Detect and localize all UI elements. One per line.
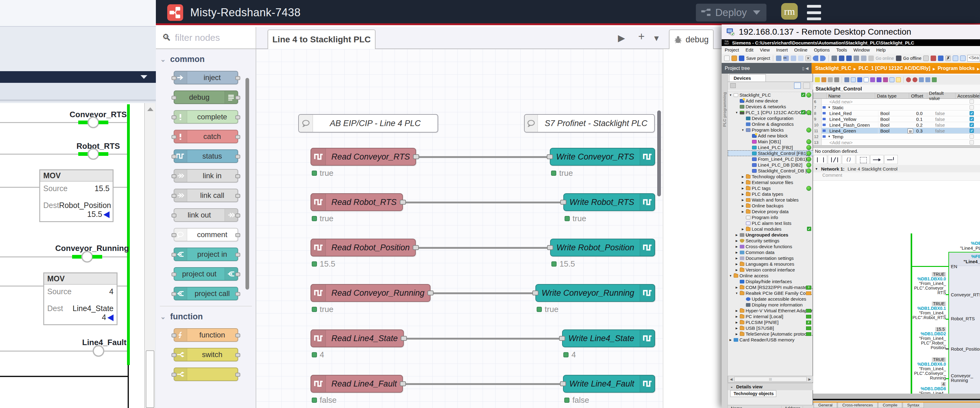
tree-expander[interactable]: ▶ [735, 257, 738, 260]
tree-item[interactable]: ▶ USB [S7USB] [728, 325, 813, 331]
start-cpu-icon[interactable] [846, 56, 852, 61]
palette-node[interactable]: inject [173, 71, 238, 84]
input-operand[interactable]: TRUE %DB1.DBX0.0 "From_Line4_ PLC".Conve… [892, 272, 946, 295]
input-port[interactable] [547, 245, 553, 250]
palette-section-function[interactable]: ⌄function [156, 306, 256, 325]
input-port[interactable] [172, 155, 177, 159]
palette-scrollbar[interactable] [245, 74, 250, 408]
flow-canvas[interactable]: AB EIP/CIP - Line 4 PLC S7 Profinet - St… [256, 49, 663, 408]
tree-item[interactable]: Stacklight_Control [FB1] [728, 150, 813, 156]
output-port[interactable] [401, 336, 407, 341]
close-branch-icon[interactable] [884, 155, 898, 164]
tree-item[interactable]: Program info [728, 214, 813, 220]
tree-item[interactable]: ▼ Online access [728, 273, 813, 279]
tree-item[interactable]: Line4_PLC [FB2] [728, 144, 813, 150]
tree-expand-icon[interactable] [803, 83, 810, 89]
flow-tab[interactable]: Line 4 to Stacklight PLC [267, 29, 375, 49]
output-port[interactable] [235, 333, 240, 337]
breadcrumb-item[interactable]: Stacklight_PLC [815, 66, 851, 71]
snapshot-icon[interactable] [834, 77, 839, 82]
tree-expander[interactable]: ▶ [741, 181, 745, 184]
tag-row[interactable]: 11 Line4_Green Bool▤ 0.3 false [813, 128, 980, 134]
palette-node[interactable]: function [173, 328, 238, 342]
tree-expander[interactable]: ▶ [741, 193, 745, 196]
tag-row[interactable]: 13 <Add new> [813, 140, 980, 145]
tree-expander[interactable]: ▶ [735, 309, 738, 312]
upload-from-device-icon[interactable] [839, 56, 845, 61]
output-port[interactable] [235, 155, 240, 159]
menu-item[interactable]: Window [853, 47, 870, 52]
settings-icon[interactable] [889, 77, 894, 82]
output-port[interactable] [235, 272, 240, 276]
input-port[interactable] [172, 253, 177, 257]
tree-expander[interactable]: ▼ [729, 274, 732, 277]
input-port[interactable] [532, 291, 538, 295]
start-search-icon[interactable] [931, 56, 936, 61]
go-online-plug-icon[interactable] [868, 56, 874, 61]
menu-item[interactable]: Project [725, 47, 739, 52]
flow-list-caret-icon[interactable]: ▾ [654, 33, 659, 43]
plc-write-node[interactable]: Write Line4_Fault [563, 375, 655, 393]
tree-expander[interactable]: ▶ [735, 245, 738, 248]
mov-instruction[interactable]: MOV Source15.5 DestRobot_Position 15.5 [39, 169, 113, 222]
plc-write-node[interactable]: Write Conveyor_Running [535, 284, 655, 302]
deploy-options-caret-icon[interactable] [753, 10, 760, 15]
save-project-label[interactable]: Save project [746, 56, 770, 61]
menu-item[interactable]: Tools [836, 47, 847, 52]
scrollbar-thumb[interactable] [146, 350, 154, 408]
paste-icon[interactable] [798, 56, 803, 61]
cross-reference-icon[interactable] [938, 56, 943, 61]
tree-item[interactable]: ▶ Documentation settings [728, 255, 813, 261]
plc-write-node[interactable]: Write Line4_State [562, 329, 655, 347]
comments-toggle-icon[interactable] [864, 77, 869, 82]
tree-expander[interactable]: ▶ [735, 251, 738, 254]
tree-item[interactable]: ▼ Stacklight_PLC [728, 92, 813, 98]
tree-item[interactable]: ▼ PLC_1 [CPU 1212C AC/DC/Rly] [728, 110, 813, 115]
tree-expander[interactable]: ▶ [741, 198, 745, 202]
tree-expander[interactable]: ▶ [735, 286, 738, 289]
collapse-network-icon[interactable]: ▼ [815, 167, 818, 171]
tree-item[interactable]: Add new block [728, 133, 813, 139]
menu-item[interactable]: Options [814, 47, 830, 52]
favorites-icon[interactable] [896, 77, 901, 82]
tree-item[interactable]: ▶ COM [RS232/PPI multi-master c... [728, 284, 813, 290]
copy-icon[interactable] [791, 56, 796, 61]
output-port[interactable] [235, 76, 240, 80]
tree-item[interactable]: Stacklight_Control_DB [... [728, 168, 813, 174]
palette-section-common[interactable]: ⌄common [156, 49, 256, 68]
add-flow-button[interactable]: + [638, 30, 644, 43]
output-coil-deenergized[interactable] [83, 345, 113, 357]
tree-item[interactable]: ▶ PLC data types [728, 191, 813, 197]
menu-item[interactable]: Edit [746, 47, 754, 52]
tree-item[interactable]: ▼ Program blocks [728, 127, 813, 133]
tree-expander[interactable]: ▶ [735, 321, 738, 324]
input-port[interactable] [172, 353, 177, 357]
main-menu-button[interactable] [807, 5, 821, 20]
accessible-checkbox[interactable] [970, 99, 974, 104]
plc-read-node[interactable]: Read Robot_RTS [310, 193, 403, 211]
input-operand[interactable]: 15.5 %DB1.DBD2 "From_Line4_ PLC".Robot_ … [892, 327, 946, 350]
accessible-checkbox[interactable] [970, 117, 974, 121]
input-operand[interactable]: TRUE %DB1.DBX6.0 "From_Line4_ PLC".Conve… [892, 357, 946, 380]
mov-instruction[interactable]: MOV Source4 DestLine4_State 4 [43, 272, 118, 325]
keep-values-icon[interactable] [828, 77, 833, 82]
canvas-scrollbar[interactable] [657, 49, 661, 408]
plc-read-node[interactable]: Read Robot_Position [310, 239, 416, 256]
breadcrumb-item[interactable]: Stacklight_Co [977, 66, 980, 71]
project-search-input[interactable]: <Sea [967, 55, 980, 62]
contact-no-icon[interactable] [814, 155, 827, 164]
wire[interactable] [416, 247, 550, 249]
save-icon[interactable] [739, 56, 745, 61]
tree-item[interactable]: ▶ Ungrouped devices [728, 232, 813, 238]
expand-all-icon[interactable] [851, 77, 856, 82]
input-operand[interactable]: TRUE %DB1.DBX0.1 "From_Line4_ PLC".Robot… [892, 302, 946, 320]
accessible-checkbox[interactable] [970, 140, 974, 144]
close-icon[interactable]: ✗ [945, 56, 951, 61]
contact-nc-icon[interactable] [828, 155, 841, 164]
error-icon[interactable] [913, 77, 917, 82]
tree-expander[interactable]: ▶ [741, 175, 745, 178]
output-port[interactable] [413, 154, 419, 159]
tree-item[interactable]: ▶ PC internal [Local] [728, 314, 813, 319]
output-port[interactable] [235, 353, 240, 357]
fb-call-block[interactable]: %FB2 "Line4_PLC" [948, 252, 980, 408]
